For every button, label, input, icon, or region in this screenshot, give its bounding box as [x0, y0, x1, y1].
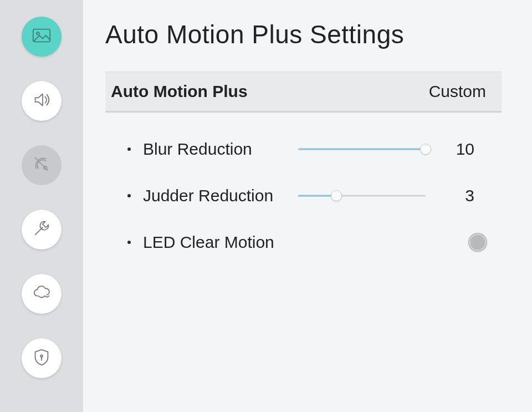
satellite-icon [31, 154, 52, 177]
sidebar-item-broadcast [22, 145, 62, 185]
cloud-icon [31, 282, 52, 306]
mode-selector-row[interactable]: Auto Motion Plus Custom [105, 72, 502, 113]
led-clear-motion-label: LED Clear Motion [143, 233, 468, 252]
judder-reduction-slider[interactable] [298, 188, 426, 204]
sidebar-item-security[interactable] [22, 338, 62, 378]
blur-reduction-value: 10 [426, 140, 481, 159]
sidebar-item-picture[interactable] [22, 17, 62, 57]
main-panel: Auto Motion Plus Settings Auto Motion Pl… [83, 0, 532, 412]
speaker-icon [31, 89, 52, 113]
blur-reduction-slider[interactable] [298, 141, 426, 157]
app: Auto Motion Plus Settings Auto Motion Pl… [0, 0, 532, 412]
bullet-icon [127, 241, 131, 244]
page-title: Auto Motion Plus Settings [105, 19, 502, 49]
svg-point-1 [37, 32, 39, 35]
sidebar-item-cloud[interactable] [22, 274, 62, 314]
led-clear-motion-toggle[interactable] [468, 233, 487, 252]
mode-value: Custom [429, 82, 486, 101]
picture-icon [31, 25, 52, 48]
judder-reduction-value: 3 [426, 186, 481, 205]
led-clear-motion-row[interactable]: LED Clear Motion [105, 219, 502, 266]
blur-reduction-row[interactable]: Blur Reduction 10 [105, 126, 502, 172]
blur-reduction-label: Blur Reduction [143, 140, 298, 159]
sidebar-item-support[interactable] [22, 210, 62, 250]
judder-reduction-label: Judder Reduction [143, 186, 298, 205]
shield-icon [31, 347, 52, 370]
judder-reduction-row[interactable]: Judder Reduction 3 [105, 172, 502, 219]
bullet-icon [127, 147, 131, 151]
mode-label: Auto Motion Plus [111, 82, 248, 101]
wrench-icon [31, 218, 52, 241]
bullet-icon [127, 194, 131, 197]
sidebar [0, 0, 83, 412]
sidebar-item-sound[interactable] [22, 81, 62, 121]
